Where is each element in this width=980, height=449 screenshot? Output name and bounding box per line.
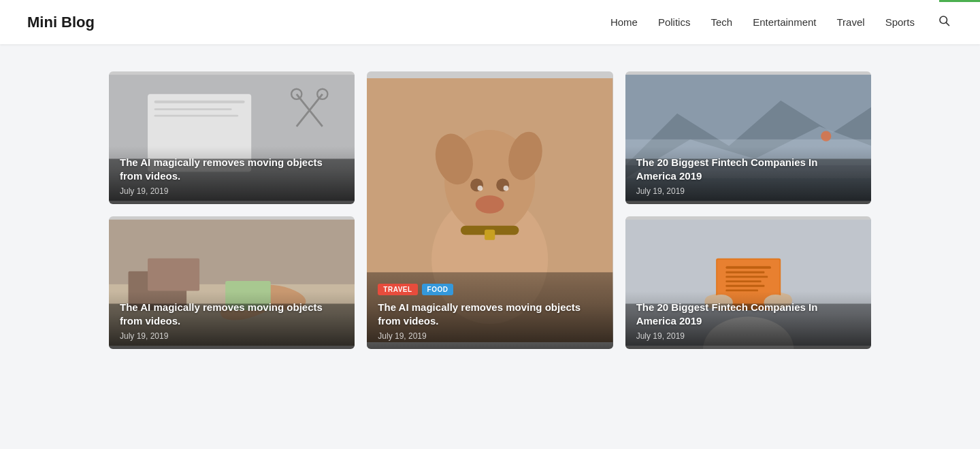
svg-rect-5 <box>154 108 232 110</box>
card-featured-title: The AI magically removes moving objects … <box>378 301 602 329</box>
tag-food: FOOD <box>422 284 454 295</box>
search-button[interactable] <box>935 12 953 33</box>
card-4-overlay: The AI magically removes moving objects … <box>109 291 355 350</box>
svg-point-30 <box>821 131 831 142</box>
nav-travel[interactable]: Travel <box>837 16 865 28</box>
card-1-title: The AI magically removes moving objects … <box>120 156 344 184</box>
card-5-overlay: The 20 Biggest Fintech Companies In Amer… <box>625 291 871 350</box>
card-overlay-1: The AI magically removes moving objects … <box>109 146 355 205</box>
site-logo[interactable]: Mini Blog <box>27 14 95 31</box>
main-content: The AI magically removes moving objects … <box>95 71 885 349</box>
svg-rect-48 <box>725 276 768 278</box>
card-3-title: The 20 Biggest Fintech Companies In Amer… <box>636 156 860 184</box>
svg-rect-49 <box>725 280 761 282</box>
article-card-4[interactable]: The AI magically removes moving objects … <box>109 216 355 349</box>
article-card-featured[interactable]: TRAVEL FOOD The AI magically removes mov… <box>367 71 612 349</box>
svg-point-19 <box>478 186 483 191</box>
tag-travel: TRAVEL <box>378 284 417 295</box>
article-grid: The AI magically removes moving objects … <box>109 71 871 349</box>
svg-rect-23 <box>485 230 495 240</box>
svg-rect-6 <box>154 115 239 117</box>
svg-point-20 <box>504 186 509 191</box>
card-4-title: The AI magically removes moving objects … <box>120 301 344 329</box>
nav-home[interactable]: Home <box>610 16 638 28</box>
card-3-overlay: The 20 Biggest Fintech Companies In Amer… <box>625 146 871 205</box>
svg-rect-47 <box>725 271 764 273</box>
svg-point-21 <box>476 195 504 214</box>
article-card-3[interactable]: The 20 Biggest Fintech Companies In Amer… <box>625 71 871 204</box>
main-nav: Home Politics Tech Entertainment Travel … <box>610 12 953 33</box>
card-featured-tags: TRAVEL FOOD <box>378 284 602 295</box>
card-3-date: July 19, 2019 <box>636 186 860 196</box>
svg-line-1 <box>946 22 949 25</box>
nav-entertainment[interactable]: Entertainment <box>753 16 816 28</box>
svg-rect-35 <box>148 259 199 291</box>
card-featured-overlay: TRAVEL FOOD The AI magically removes mov… <box>367 274 612 350</box>
nav-politics[interactable]: Politics <box>658 16 691 28</box>
card-5-date: July 19, 2019 <box>636 331 860 341</box>
svg-rect-4 <box>154 101 245 103</box>
article-card-5[interactable]: The 20 Biggest Fintech Companies In Amer… <box>625 216 871 349</box>
card-4-date: July 19, 2019 <box>120 331 344 341</box>
svg-rect-46 <box>725 266 771 269</box>
article-card-1[interactable]: The AI magically removes moving objects … <box>109 71 355 204</box>
site-header: Mini Blog Home Politics Tech Entertainme… <box>0 0 980 44</box>
search-icon <box>938 14 950 27</box>
card-1-date: July 19, 2019 <box>120 186 344 196</box>
card-5-title: The 20 Biggest Fintech Companies In Amer… <box>636 301 860 329</box>
card-featured-date: July 19, 2019 <box>378 331 602 341</box>
svg-rect-50 <box>725 285 764 287</box>
nav-tech[interactable]: Tech <box>710 16 732 28</box>
nav-sports[interactable]: Sports <box>885 16 915 28</box>
